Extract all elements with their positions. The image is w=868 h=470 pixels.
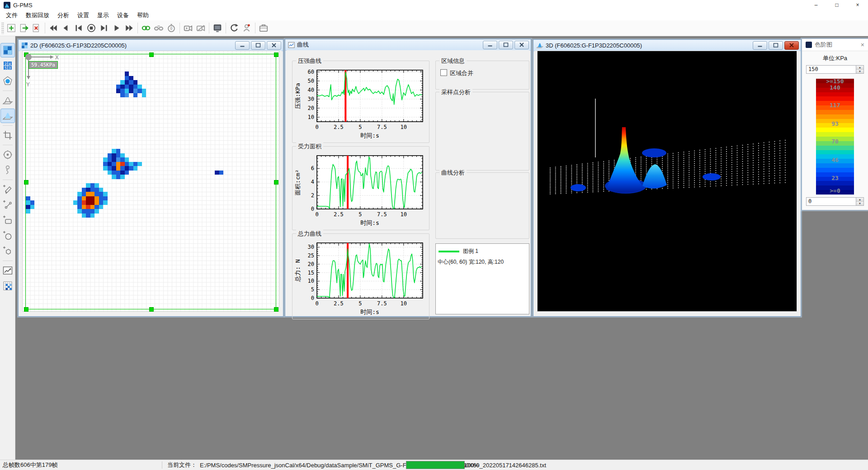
pressure-grid-2d[interactable]: X Y 59.45KPa: [22, 51, 279, 312]
selection-handle[interactable]: [149, 52, 154, 57]
sidebar-surface-wireframe-button[interactable]: [0, 93, 15, 108]
maximize-window-button[interactable]: [769, 41, 783, 50]
maximize-button[interactable]: □: [826, 0, 847, 10]
force-chart[interactable]: 05101520253002.557.510时间:s总力: N: [293, 237, 428, 318]
colorbar-min-spinners[interactable]: ▲▼: [856, 198, 863, 205]
colorbar-max-spinbox[interactable]: 150 ▲▼: [806, 65, 864, 74]
selection-handle[interactable]: [274, 307, 278, 312]
svg-text:10: 10: [401, 124, 407, 130]
minimize-window-button[interactable]: [483, 41, 497, 49]
menu-设置[interactable]: 设置: [73, 10, 93, 21]
timer-button[interactable]: 0: [165, 22, 178, 34]
colorbar-min-spinbox[interactable]: 0 ▲▼: [806, 197, 864, 206]
selection-handle[interactable]: [149, 307, 154, 312]
window-2d-titlebar[interactable]: 2D (F606025:G-F1P3D2205C00005): [19, 40, 283, 51]
close-button[interactable]: ×: [847, 0, 868, 10]
menu-设备[interactable]: 设备: [113, 10, 133, 21]
minimize-button[interactable]: –: [806, 0, 826, 10]
archive-button[interactable]: [257, 22, 270, 34]
play-button[interactable]: [110, 22, 123, 34]
refresh-icon: [229, 23, 239, 33]
display-button[interactable]: [211, 22, 224, 34]
menu-帮助[interactable]: 帮助: [133, 10, 153, 21]
pressure-cell: [94, 205, 99, 209]
rewind-button[interactable]: [47, 22, 60, 34]
rewind-icon: [48, 23, 58, 33]
menu-显示[interactable]: 显示: [93, 10, 113, 21]
minimize-window-button[interactable]: [235, 41, 250, 50]
sidebar-draw-rect-button[interactable]: [0, 213, 15, 228]
pressure-chart[interactable]: 10203040506002.557.510时间:s压强:KPa: [293, 64, 428, 142]
unlink-button[interactable]: [152, 22, 165, 34]
minimize-window-button[interactable]: [753, 41, 767, 50]
sidebar-view-2d-button[interactable]: [0, 43, 15, 57]
pressure-cell: [82, 188, 86, 192]
window-3d-titlebar[interactable]: 3D (F606025:G-F1P3D2205C00005): [533, 40, 801, 51]
step-back-button[interactable]: [60, 22, 72, 34]
pressure-chart-svg: 10203040506002.557.510时间:s压强:KPa: [293, 64, 428, 142]
sidebar-trend-chart-button[interactable]: [0, 263, 15, 278]
menu-分析[interactable]: 分析: [53, 10, 73, 21]
pressure-cell: [86, 214, 90, 218]
menu-数据回放[interactable]: 数据回放: [22, 10, 53, 21]
sidebar-target-button[interactable]: [0, 147, 15, 162]
skip-start-button[interactable]: [72, 22, 85, 34]
selection-handle[interactable]: [24, 180, 28, 185]
sidebar-draw-hexagon-button[interactable]: [0, 244, 15, 258]
sidebar-route-button[interactable]: [0, 163, 15, 177]
sidebar-pixel-grid-button[interactable]: [0, 279, 15, 293]
fast-forward-button[interactable]: [123, 22, 136, 34]
export-frame-button[interactable]: [18, 22, 30, 34]
colorbar-max-value: 150: [807, 66, 856, 73]
pressure-cell: [90, 188, 95, 192]
groupbox-curve-analysis: 曲线分析: [435, 172, 529, 239]
svg-text:5: 5: [5, 66, 7, 70]
pixel-grid-icon: [2, 280, 13, 291]
record-button[interactable]: [182, 22, 194, 34]
close-window-button[interactable]: [514, 41, 529, 49]
calibrate-user-button[interactable]: [241, 22, 253, 34]
add-button[interactable]: [5, 22, 18, 34]
pressure-cell: [103, 192, 108, 196]
view-region-icon: [2, 76, 13, 86]
close-window-button[interactable]: [267, 41, 281, 50]
toolbar-separator: [255, 23, 255, 33]
area-chart[interactable]: 024602.557.510时间:s面积:cm²: [293, 149, 428, 229]
colorbar-close-icon[interactable]: ×: [861, 41, 864, 48]
close-window-button[interactable]: [784, 41, 799, 50]
selection-handle[interactable]: [274, 52, 278, 57]
record-off-button[interactable]: [194, 22, 207, 34]
sidebar-view-values-button[interactable]: 2453: [0, 58, 15, 73]
skip-end-button[interactable]: [98, 22, 110, 34]
merge-regions-option[interactable]: 区域合并: [440, 69, 473, 77]
selection-handle[interactable]: [274, 180, 278, 185]
toolbar-drag-handle[interactable]: [1, 22, 4, 34]
maximize-window-button[interactable]: [251, 41, 265, 50]
sidebar-draw-pencil-button[interactable]: [0, 182, 15, 197]
refresh-button[interactable]: [228, 22, 241, 34]
pressure-cell: [112, 171, 116, 175]
unlink-icon: [154, 23, 164, 33]
scene-3d-canvas[interactable]: [537, 51, 797, 312]
selection-handle[interactable]: [24, 307, 28, 312]
delete-frame-button[interactable]: [30, 22, 43, 34]
step-back-icon: [61, 23, 71, 33]
sidebar-crop-button[interactable]: [0, 128, 15, 142]
link-button[interactable]: [140, 22, 152, 34]
window-2d-content: X Y 59.45KPa: [20, 51, 282, 315]
colorbar-gradient: >=15014011793704623>=0: [816, 79, 854, 195]
colorbar-titlebar[interactable]: 色阶图 ×: [802, 39, 868, 51]
sidebar-surface-3d-button[interactable]: [0, 109, 15, 123]
pressure-cell: [90, 200, 95, 205]
sidebar-draw-circle-button[interactable]: [0, 228, 15, 243]
stop-button[interactable]: [85, 22, 98, 34]
pressure-cell: [86, 200, 90, 205]
window-curves-titlebar[interactable]: 曲线: [285, 39, 531, 51]
menu-文件[interactable]: 文件: [2, 10, 22, 21]
pressure-cell: [99, 200, 104, 205]
colorbar-max-spinners[interactable]: ▲▼: [856, 66, 863, 73]
sidebar-draw-line-button[interactable]: [0, 198, 15, 212]
maximize-window-button[interactable]: [499, 41, 513, 49]
sidebar-view-region-button[interactable]: [0, 74, 15, 88]
merge-regions-checkbox[interactable]: [440, 69, 447, 76]
